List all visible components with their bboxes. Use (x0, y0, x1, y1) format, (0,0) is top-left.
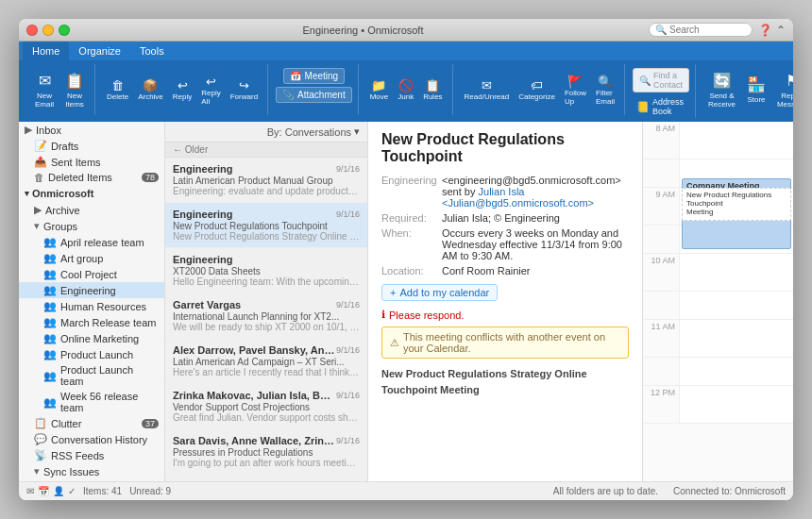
ribbon-group-new: ✉ NewEmail 📋 NewItems (25, 64, 95, 115)
required-label: Required: (381, 212, 438, 224)
move-icon: 📁 (371, 78, 386, 92)
filter-email-button[interactable]: 🔍 FilterEmail (592, 73, 618, 108)
sidebar-item-online-marketing[interactable]: 👥 Online Marketing (19, 330, 164, 346)
sidebar-item-product-launch-team[interactable]: 👥 Product Launch team (19, 362, 164, 389)
email-subject: Latin American Product Manual Group (173, 176, 360, 186)
new-items-button[interactable]: 📋 NewItems (60, 69, 89, 111)
categorize-button[interactable]: 🏷 Categorize (515, 76, 559, 103)
archive-folder-icon: ▶ (34, 204, 42, 216)
ribbon-group-tags: ✉ Read/Unread 🏷 Categorize 🚩 FollowUp 🔍 … (455, 64, 625, 115)
tab-tools[interactable]: Tools (130, 42, 174, 60)
sidebar-item-inbox[interactable]: ▶ Inbox (19, 122, 164, 138)
reply-button[interactable]: ↩ Reply (169, 76, 195, 103)
read-unread-button[interactable]: ✉ Read/Unread (461, 76, 514, 103)
cal-area-10am (679, 254, 793, 291)
cal-time-930 (643, 226, 679, 253)
tab-organize[interactable]: Organize (69, 42, 130, 60)
sidebar-item-deleted[interactable]: 🗑 Deleted Items 78 (19, 170, 164, 185)
sidebar-item-groups[interactable]: ▾ Groups (19, 218, 164, 234)
april-icon: 👥 (43, 236, 57, 248)
older-label: ← Older (173, 144, 208, 155)
sidebar-item-april-release[interactable]: 👥 April release team (19, 234, 164, 250)
filter-icon: 🔍 (598, 75, 613, 89)
sort-conversations-button[interactable]: By: Conversations ▾ (267, 126, 360, 138)
sent-by-link[interactable]: Julian Isla <Julian@bgd5.onmicrosoft.com… (442, 186, 594, 209)
sidebar-item-cool-project[interactable]: 👥 Cool Project (19, 266, 164, 282)
help-icon[interactable]: ❓ (758, 24, 772, 37)
delete-button[interactable]: 🗑 Delete (103, 76, 132, 103)
cool-icon: 👥 (43, 268, 57, 280)
conflict-text: This meeting conflicts with another even… (403, 331, 620, 354)
archive-button[interactable]: 📦 Archive (134, 76, 167, 103)
email-item[interactable]: Engineering XT2000 Data Sheets Hello Eng… (165, 248, 367, 293)
add-to-calendar-button[interactable]: + Add to my calendar (381, 284, 498, 301)
older-section-header: ← Older (165, 142, 367, 158)
report-message-button[interactable]: ⚑ Report Message (772, 69, 793, 111)
email-item[interactable]: Garret Vargas 9/1/16 International Launc… (165, 293, 367, 339)
sidebar-item-human-resources[interactable]: 👥 Human Resources (19, 298, 164, 314)
forward-button[interactable]: ↪ Forward (227, 76, 262, 103)
art-icon: 👥 (43, 252, 57, 264)
sidebar-item-drafts[interactable]: 📝 Drafts (19, 138, 164, 154)
attachment-button[interactable]: 📎 Attachment (276, 87, 352, 103)
conflict-banner: ⚠ This meeting conflicts with another ev… (381, 326, 629, 359)
email-body: New Product Regulations Strategy Online … (381, 366, 629, 397)
mail-icon: ✉ (26, 486, 34, 496)
cal-area-11am (679, 320, 793, 357)
new-items-label: NewItems (65, 92, 84, 109)
sidebar-item-march-release[interactable]: 👥 March Release team (19, 314, 164, 330)
sidebar-item-engineering[interactable]: 👥 Engineering (19, 282, 164, 298)
delete-icon: 🗑 (111, 78, 124, 92)
new-email-button[interactable]: ✉ NewEmail (30, 69, 59, 111)
sidebar-item-archive[interactable]: ▶ Archive (19, 202, 164, 218)
inbox-label: Inbox (36, 125, 61, 136)
close-button[interactable] (26, 25, 38, 36)
send-receive-button[interactable]: 🔄 Send & Receive (703, 69, 740, 111)
location-value: Conf Room Rainier (442, 265, 531, 276)
cal-slot-1030 (643, 292, 793, 320)
when-value: Occurs every 3 weeks on Monday and Wedne… (442, 227, 629, 261)
cal-time-8am: 8 AM (643, 122, 679, 159)
ribbon-group-sendreceive: 🔄 Send & Receive 🏪 Store ⚑ Report Messag… (698, 64, 793, 115)
sidebar-item-clutter[interactable]: 📋 Clutter 37 (19, 415, 164, 431)
add-calendar-icon: + (390, 287, 396, 298)
maximize-button[interactable] (59, 25, 70, 36)
minimize-button[interactable] (42, 25, 54, 36)
email-item[interactable]: Zrinka Makovac, Julian Isla, Bonnie Kear… (165, 384, 367, 429)
email-item[interactable]: Alex Darrow, Pavel Bansky, Anne Wallace.… (165, 339, 367, 384)
follow-up-button[interactable]: 🚩 FollowUp (561, 73, 590, 108)
calendar-action-row: + Add to my calendar (381, 284, 629, 301)
sidebar-item-sync-issues[interactable]: ▾ Sync Issues (19, 463, 164, 479)
collapse-icon[interactable]: ⌃ (776, 24, 786, 37)
email-detail: New Product Regulations Touchpoint Engin… (368, 122, 642, 481)
junk-button[interactable]: 🚫 Junk (394, 76, 417, 103)
new-email-label: NewEmail (35, 92, 54, 109)
store-button[interactable]: 🏪 Store (742, 73, 770, 107)
move-button[interactable]: 📁 Move (366, 76, 393, 103)
sidebar-item-art-group[interactable]: 👥 Art group (19, 250, 164, 266)
address-book-button[interactable]: 📒 Address Book (633, 95, 689, 118)
sidebar-item-sent[interactable]: 📤 Sent Items (19, 154, 164, 170)
reply-all-button[interactable]: ↩ ReplyAll (197, 73, 224, 108)
email-item[interactable]: Sara Davis, Anne Wallace, Zrinka Makova.… (165, 429, 367, 475)
conv-icon: 💬 (34, 433, 47, 445)
email-item[interactable]: Sara Davis, Julian Isla, Zrinka Makovac … (165, 475, 367, 481)
find-contact-box[interactable]: 🔍 Find a Contact (633, 68, 689, 92)
search-input[interactable] (669, 25, 754, 35)
meeting-button[interactable]: 📅 Meeting (283, 68, 346, 84)
cal-slot-1130 (643, 358, 793, 386)
sidebar-item-product-launch[interactable]: 👥 Product Launch (19, 346, 164, 362)
cal-area-1130 (679, 358, 793, 385)
email-required-row: Required: Julian Isla; © Engineering (381, 212, 629, 224)
cal-time-11am: 11 AM (643, 320, 679, 357)
email-item[interactable]: Engineering 9/1/16 Latin American Produc… (165, 158, 367, 203)
sidebar-item-week56[interactable]: 👥 Week 56 release team (19, 389, 164, 415)
email-item[interactable]: Engineering 9/1/16 New Product Regulatio… (165, 203, 367, 248)
sidebar-onmicrosoft[interactable]: ▾ Onmicrosoft (19, 185, 164, 202)
tab-home[interactable]: Home (23, 42, 69, 60)
sidebar-item-conv-history[interactable]: 💬 Conversation History (19, 431, 164, 447)
rules-button[interactable]: 📋 Rules (419, 76, 446, 103)
deleted-badge: 78 (142, 173, 159, 182)
sidebar-item-rss[interactable]: 📡 RSS Feeds (19, 447, 164, 463)
title-search-box[interactable]: 🔍 (649, 23, 753, 37)
